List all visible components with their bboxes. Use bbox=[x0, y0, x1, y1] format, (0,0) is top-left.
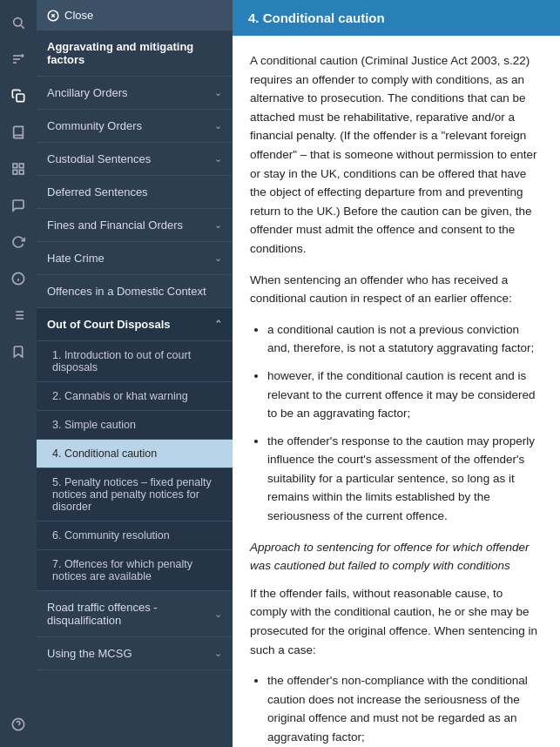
sidebar-item-label: Aggravating and mitigating factors bbox=[47, 40, 222, 66]
close-label: Close bbox=[64, 9, 93, 22]
sub-item-label: 7. Offences for which penalty notices ar… bbox=[52, 558, 192, 582]
info-icon[interactable] bbox=[3, 263, 34, 294]
chevron-down-icon: ⌄ bbox=[214, 252, 222, 264]
help-icon[interactable] bbox=[3, 709, 34, 740]
copy-icon[interactable] bbox=[3, 80, 34, 111]
bullet-item: a conditional caution is not a previous … bbox=[267, 320, 543, 358]
sub-item-label: 4. Conditional caution bbox=[52, 448, 157, 460]
sidebar-item-aggravating[interactable]: Aggravating and mitigating factors bbox=[37, 30, 233, 77]
sidebar-item-mcsg[interactable]: Using the MCSG ⌄ bbox=[37, 637, 233, 670]
bookmark-icon[interactable] bbox=[3, 336, 34, 367]
main-header: 4. Conditional caution bbox=[233, 0, 560, 36]
page-title: 4. Conditional caution bbox=[248, 10, 385, 25]
sidebar-item-road[interactable]: Road traffic offences - disqualification… bbox=[37, 591, 233, 637]
chevron-down-icon: ⌄ bbox=[214, 87, 222, 98]
svg-rect-8 bbox=[13, 170, 17, 174]
sidebar-item-label: Custodial Sentences bbox=[47, 152, 151, 165]
chevron-up-icon: ⌃ bbox=[214, 319, 222, 330]
chevron-down-icon: ⌄ bbox=[214, 219, 222, 231]
sidebar-item-label: Hate Crime bbox=[47, 252, 105, 265]
search-icon[interactable] bbox=[3, 7, 34, 38]
sidebar-item-domestic[interactable]: Offences in a Domestic Context bbox=[37, 275, 233, 308]
sidebar-item-custodial[interactable]: Custodial Sentences ⌄ bbox=[37, 143, 233, 176]
main-panel: 4. Conditional caution A conditional cau… bbox=[233, 0, 560, 747]
chevron-down-icon: ⌄ bbox=[214, 120, 222, 131]
sidebar-item-label: Using the MCSG bbox=[47, 647, 132, 660]
svg-rect-7 bbox=[19, 164, 24, 168]
sidebar-subitem-offences[interactable]: 7. Offences for which penalty notices ar… bbox=[37, 550, 233, 591]
sidebar-item-label: Community Orders bbox=[47, 119, 142, 132]
sidebar-subitem-simple[interactable]: 3. Simple caution bbox=[37, 411, 233, 440]
sidebar-item-label: Deferred Sentences bbox=[47, 185, 148, 199]
sidebar-item-hate[interactable]: Hate Crime ⌄ bbox=[37, 242, 233, 275]
sidebar-subitem-community-res[interactable]: 6. Community resolution bbox=[37, 522, 233, 550]
sidebar-subitem-cannabis[interactable]: 2. Cannabis or khat warning bbox=[37, 382, 233, 411]
sort-icon[interactable] bbox=[3, 44, 34, 75]
bullet-item: the offender's response to the caution m… bbox=[267, 432, 543, 526]
main-content: A conditional caution (Criminal Justice … bbox=[233, 36, 560, 747]
sidebar-item-label: Ancillary Orders bbox=[47, 86, 127, 99]
content-para-3: If the offender fails, without reasonabl… bbox=[250, 584, 543, 659]
content-italic: Approach to sentencing for offence for w… bbox=[250, 538, 543, 575]
grid-icon[interactable] bbox=[3, 153, 34, 185]
sub-item-label: 1. Introduction to out of court disposal… bbox=[52, 349, 191, 374]
close-button[interactable]: Close bbox=[37, 0, 233, 30]
svg-rect-6 bbox=[13, 164, 17, 168]
sidebar: Close Aggravating and mitigating factors… bbox=[37, 0, 233, 747]
sidebar-subitem-intro[interactable]: 1. Introduction to out of court disposal… bbox=[37, 341, 233, 382]
svg-line-1 bbox=[21, 25, 24, 29]
sidebar-item-label: Out of Court Disposals bbox=[47, 318, 171, 331]
content-para-2: When sentencing an offender who has rece… bbox=[250, 271, 543, 308]
sidebar-item-deferred[interactable]: Deferred Sentences bbox=[37, 176, 233, 209]
sidebar-item-ancillary[interactable]: Ancillary Orders ⌄ bbox=[37, 77, 233, 110]
svg-rect-5 bbox=[17, 94, 24, 102]
sidebar-item-label: Road traffic offences - disqualification bbox=[47, 601, 214, 627]
comment-icon[interactable] bbox=[3, 190, 34, 221]
book-icon[interactable] bbox=[3, 117, 34, 148]
sidebar-item-label: Offences in a Domestic Context bbox=[47, 285, 206, 298]
bullet-item: the offender's non-compliance with the c… bbox=[267, 671, 543, 746]
sidebar-item-community[interactable]: Community Orders ⌄ bbox=[37, 110, 233, 143]
refresh-icon[interactable] bbox=[3, 226, 34, 258]
content-bullets-1: a conditional caution is not a previous … bbox=[267, 320, 543, 526]
svg-point-0 bbox=[14, 18, 22, 26]
sidebar-item-label: Fines and Financial Orders bbox=[47, 219, 183, 232]
sub-item-label: 6. Community resolution bbox=[52, 529, 170, 542]
content-para-1: A conditional caution (Criminal Justice … bbox=[250, 51, 543, 259]
sidebar-item-ooc[interactable]: Out of Court Disposals ⌃ bbox=[37, 308, 233, 341]
sidebar-item-fines[interactable]: Fines and Financial Orders ⌄ bbox=[37, 209, 233, 242]
sub-item-label: 5. Penalty notices – fixed penalty notic… bbox=[52, 476, 212, 513]
list-icon[interactable] bbox=[3, 299, 34, 331]
bullet-item: however, if the conditional caution is r… bbox=[267, 367, 543, 423]
sidebar-subitem-conditional[interactable]: 4. Conditional caution bbox=[37, 440, 233, 468]
sub-item-label: 2. Cannabis or khat warning bbox=[52, 390, 188, 402]
sidebar-subitem-penalty[interactable]: 5. Penalty notices – fixed penalty notic… bbox=[37, 468, 233, 522]
icon-bar bbox=[0, 0, 37, 747]
chevron-down-icon: ⌄ bbox=[214, 648, 222, 659]
sub-item-label: 3. Simple caution bbox=[52, 419, 136, 431]
content-bullets-2: the offender's non-compliance with the c… bbox=[267, 671, 543, 747]
svg-rect-9 bbox=[19, 170, 24, 174]
chevron-down-icon: ⌄ bbox=[214, 153, 222, 165]
chevron-down-icon: ⌄ bbox=[214, 609, 222, 620]
